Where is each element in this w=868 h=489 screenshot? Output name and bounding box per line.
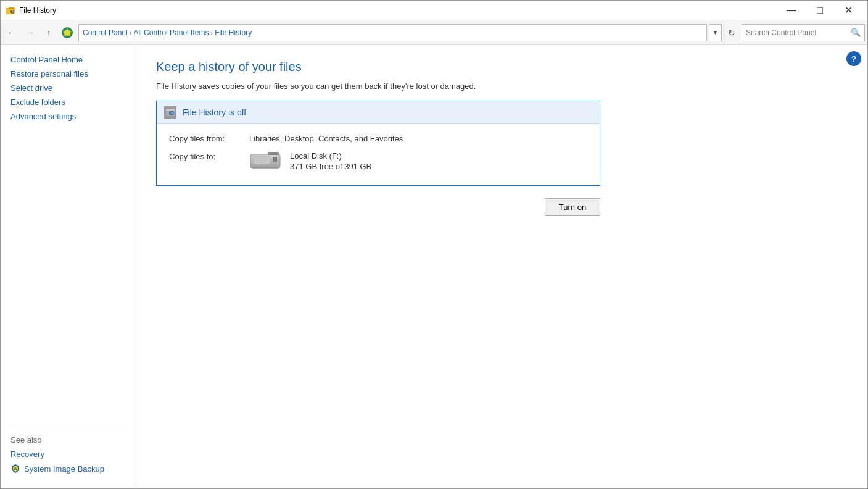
panel-body: Copy files from: Libraries, Desktop, Con… [157, 124, 600, 185]
sidebar-item-advanced-settings[interactable]: Advanced settings [1, 109, 136, 123]
page-description: File History saves copies of your files … [156, 82, 848, 91]
svg-rect-17 [275, 157, 277, 162]
minimize-button[interactable]: — [777, 1, 806, 20]
refresh-button[interactable]: ↻ [723, 24, 740, 41]
copy-from-row: Copy files from: Libraries, Desktop, Con… [169, 134, 587, 143]
up-button[interactable]: ↑ [40, 24, 57, 41]
sidebar-item-recovery[interactable]: Recovery [1, 447, 136, 461]
svg-rect-11 [268, 152, 279, 155]
search-icon: 🔍 [851, 28, 861, 37]
action-bar: Turn on [156, 198, 600, 216]
breadcrumb-container: Control Panel › All Control Panel Items … [78, 24, 707, 41]
sidebar-item-control-panel-home[interactable]: Control Panel Home [1, 52, 136, 67]
copy-from-label: Copy files from: [169, 134, 249, 143]
window-controls: — □ ✕ [777, 1, 862, 20]
see-also-title: See also [1, 430, 136, 447]
breadcrumb-all-items[interactable]: All Control Panel Items [133, 28, 209, 37]
content-area: Control Panel Home Restore personal file… [1, 45, 867, 488]
sidebar-item-restore-personal-files[interactable]: Restore personal files [1, 67, 136, 81]
breadcrumb-file-history[interactable]: File History [215, 28, 252, 37]
copy-from-value: Libraries, Desktop, Contacts, and Favori… [249, 134, 403, 143]
disk-info: Local Disk (F:) 371 GB free of 391 GB [249, 149, 371, 173]
svg-rect-18 [252, 167, 279, 169]
svg-text:W: W [14, 467, 17, 470]
sidebar-item-exclude-folders[interactable]: Exclude folders [1, 95, 136, 109]
sidebar-bottom: See also Recovery W System Image Backup [1, 415, 136, 481]
address-dropdown[interactable]: ▼ [709, 24, 722, 41]
disk-space: 371 GB free of 391 GB [290, 162, 371, 171]
panel-status-title: File History is off [183, 107, 246, 117]
system-image-backup-label: System Image Backup [24, 464, 104, 474]
page-title: Keep a history of your files [156, 60, 848, 74]
window-icon [6, 6, 15, 15]
sidebar-item-system-image-backup[interactable]: W System Image Backup [1, 461, 136, 476]
disk-icon-container [249, 149, 281, 173]
panel-header-icon [164, 106, 176, 119]
breadcrumb-control-panel[interactable]: Control Panel [83, 28, 128, 37]
turn-on-button[interactable]: Turn on [545, 198, 600, 216]
title-bar: File History — □ ✕ [1, 1, 867, 20]
forward-button[interactable]: → [22, 24, 39, 41]
back-button[interactable]: ← [3, 24, 20, 41]
search-input[interactable] [746, 28, 851, 37]
main-panel: Keep a history of your files File Histor… [136, 45, 867, 488]
backup-shield-icon: W [10, 464, 20, 474]
panel-header: File History is off [157, 101, 600, 124]
copy-to-label: Copy files to: [169, 149, 249, 161]
search-box: 🔍 [742, 24, 865, 41]
hdd-icon [249, 149, 281, 173]
disk-name: Local Disk (F:) [290, 151, 371, 161]
sidebar-divider [10, 425, 126, 425]
help-button[interactable]: ? [846, 51, 861, 66]
file-history-panel: File History is off Copy files from: Lib… [156, 101, 600, 186]
address-bar: ← → ↑ Control Panel › All Control Panel … [1, 20, 867, 45]
copy-to-row: Copy files to: [169, 149, 587, 173]
svg-rect-16 [273, 157, 275, 162]
disk-text-info: Local Disk (F:) 371 GB free of 391 GB [290, 151, 371, 171]
close-button[interactable]: ✕ [834, 1, 862, 20]
sidebar: Control Panel Home Restore personal file… [1, 45, 136, 488]
window-title: File History [19, 6, 777, 15]
sidebar-nav: Control Panel Home Restore personal file… [1, 52, 136, 415]
maximize-button[interactable]: □ [806, 1, 834, 20]
main-window: File History — □ ✕ ← → ↑ Control Panel ›… [0, 0, 868, 489]
address-icon [61, 27, 73, 39]
sidebar-item-select-drive[interactable]: Select drive [1, 81, 136, 95]
